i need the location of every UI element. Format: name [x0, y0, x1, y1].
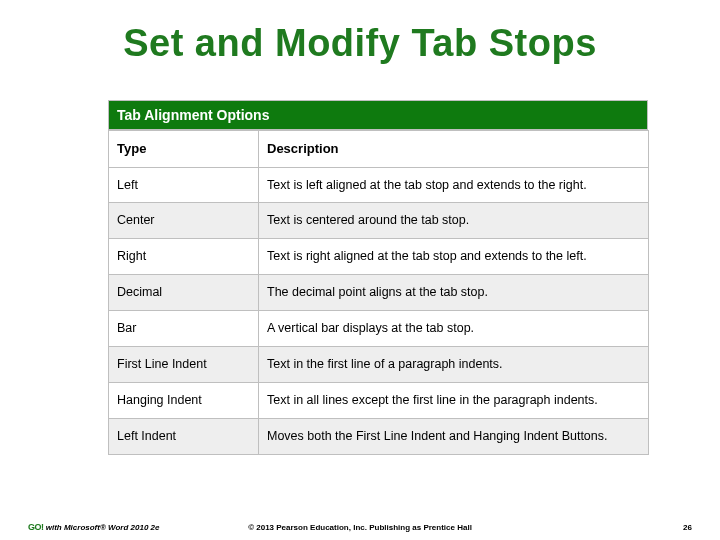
- slide-number: 26: [683, 523, 692, 532]
- cell-desc: Text in the first line of a paragraph in…: [259, 346, 649, 382]
- cell-desc: A vertical bar displays at the tab stop.: [259, 311, 649, 347]
- cell-type: Right: [109, 239, 259, 275]
- cell-type: Hanging Indent: [109, 382, 259, 418]
- table-row: Bar A vertical bar displays at the tab s…: [109, 311, 649, 347]
- cell-type: Bar: [109, 311, 259, 347]
- table-row: First Line Indent Text in the first line…: [109, 346, 649, 382]
- table-caption: Tab Alignment Options: [108, 100, 648, 130]
- cell-desc: Moves both the First Line Indent and Han…: [259, 418, 649, 454]
- table-row: Hanging Indent Text in all lines except …: [109, 382, 649, 418]
- cell-desc: The decimal point aligns at the tab stop…: [259, 275, 649, 311]
- cell-desc: Text is centered around the tab stop.: [259, 203, 649, 239]
- header-type: Type: [109, 131, 259, 168]
- cell-type: Decimal: [109, 275, 259, 311]
- cell-desc: Text in all lines except the first line …: [259, 382, 649, 418]
- table-header-row: Type Description: [109, 131, 649, 168]
- footer: GO! with Microsoft® Word 2010 2e © 2013 …: [0, 516, 720, 532]
- cell-type: Left Indent: [109, 418, 259, 454]
- header-description: Description: [259, 131, 649, 168]
- cell-desc: Text is left aligned at the tab stop and…: [259, 167, 649, 203]
- table-row: Center Text is centered around the tab s…: [109, 203, 649, 239]
- table-row: Decimal The decimal point aligns at the …: [109, 275, 649, 311]
- slide: Set and Modify Tab Stops Tab Alignment O…: [0, 0, 720, 540]
- cell-type: Center: [109, 203, 259, 239]
- table-row: Left Text is left aligned at the tab sto…: [109, 167, 649, 203]
- cell-type: Left: [109, 167, 259, 203]
- cell-type: First Line Indent: [109, 346, 259, 382]
- footer-copyright: © 2013 Pearson Education, Inc. Publishin…: [0, 523, 720, 532]
- slide-title: Set and Modify Tab Stops: [0, 22, 720, 65]
- table-container: Tab Alignment Options Type Description L…: [108, 100, 648, 455]
- tab-options-table: Type Description Left Text is left align…: [108, 130, 649, 455]
- table-row: Right Text is right aligned at the tab s…: [109, 239, 649, 275]
- cell-desc: Text is right aligned at the tab stop an…: [259, 239, 649, 275]
- table-row: Left Indent Moves both the First Line In…: [109, 418, 649, 454]
